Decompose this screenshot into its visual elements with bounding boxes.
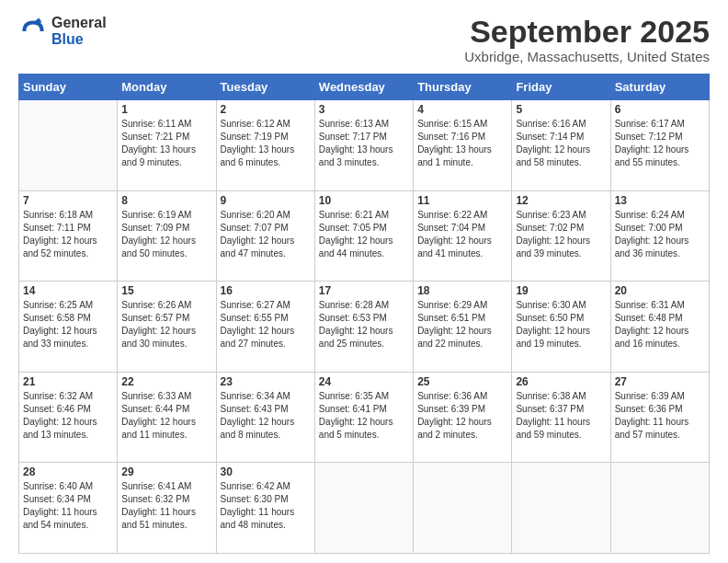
day-number: 15 — [121, 284, 211, 297]
day-number: 13 — [615, 194, 705, 207]
calendar-cell: 27Sunrise: 6:39 AM Sunset: 6:36 PM Dayli… — [610, 372, 709, 463]
day-number: 29 — [121, 465, 211, 478]
calendar-cell: 22Sunrise: 6:33 AM Sunset: 6:44 PM Dayli… — [118, 372, 216, 463]
calendar-cell: 19Sunrise: 6:30 AM Sunset: 6:50 PM Dayli… — [512, 282, 610, 373]
page: General Blue September 2025 Uxbridge, Ma… — [0, 0, 728, 563]
day-number: 27 — [615, 375, 705, 388]
day-info: Sunrise: 6:25 AM Sunset: 6:58 PM Dayligh… — [23, 299, 113, 350]
logo-general: General — [51, 15, 107, 31]
day-number: 28 — [23, 465, 113, 478]
logo: General Blue — [18, 15, 107, 47]
day-number: 19 — [516, 284, 606, 297]
day-number: 12 — [516, 194, 606, 207]
day-number: 21 — [23, 375, 113, 388]
day-number: 9 — [221, 194, 311, 207]
day-info: Sunrise: 6:15 AM Sunset: 7:16 PM Dayligh… — [417, 118, 507, 169]
day-number: 5 — [516, 103, 606, 116]
calendar-week-row: 21Sunrise: 6:32 AM Sunset: 6:46 PM Dayli… — [19, 372, 710, 463]
calendar-cell: 9Sunrise: 6:20 AM Sunset: 7:07 PM Daylig… — [216, 190, 314, 282]
calendar-cell: 14Sunrise: 6:25 AM Sunset: 6:58 PM Dayli… — [19, 282, 118, 373]
calendar-cell: 10Sunrise: 6:21 AM Sunset: 7:05 PM Dayli… — [314, 190, 413, 282]
location-title: Uxbridge, Massachusetts, United States — [464, 49, 710, 64]
calendar-header-row: SundayMondayTuesdayWednesdayThursdayFrid… — [19, 75, 710, 100]
logo-blue: Blue — [51, 31, 107, 48]
day-info: Sunrise: 6:30 AM Sunset: 6:50 PM Dayligh… — [516, 299, 606, 350]
calendar-cell: 17Sunrise: 6:28 AM Sunset: 6:53 PM Dayli… — [314, 282, 413, 373]
calendar-cell — [414, 463, 512, 554]
calendar-day-header: Tuesday — [216, 75, 314, 100]
calendar-cell — [610, 463, 709, 554]
calendar-cell: 3Sunrise: 6:13 AM Sunset: 7:17 PM Daylig… — [314, 100, 413, 191]
day-info: Sunrise: 6:28 AM Sunset: 6:53 PM Dayligh… — [319, 299, 409, 350]
day-info: Sunrise: 6:36 AM Sunset: 6:39 PM Dayligh… — [417, 390, 507, 442]
calendar-cell: 20Sunrise: 6:31 AM Sunset: 6:48 PM Dayli… — [610, 282, 709, 373]
logo-text: General Blue — [51, 15, 107, 47]
day-info: Sunrise: 6:42 AM Sunset: 6:30 PM Dayligh… — [221, 480, 311, 532]
calendar-cell: 16Sunrise: 6:27 AM Sunset: 6:55 PM Dayli… — [216, 282, 314, 373]
title-block: September 2025 Uxbridge, Massachusetts, … — [464, 15, 710, 64]
calendar-week-row: 7Sunrise: 6:18 AM Sunset: 7:11 PM Daylig… — [19, 190, 710, 282]
day-number: 7 — [23, 194, 113, 207]
calendar-week-row: 14Sunrise: 6:25 AM Sunset: 6:58 PM Dayli… — [19, 282, 710, 373]
day-info: Sunrise: 6:40 AM Sunset: 6:34 PM Dayligh… — [23, 480, 113, 532]
day-info: Sunrise: 6:32 AM Sunset: 6:46 PM Dayligh… — [23, 390, 113, 442]
calendar-cell — [314, 463, 413, 554]
day-number: 10 — [319, 194, 409, 207]
day-info: Sunrise: 6:31 AM Sunset: 6:48 PM Dayligh… — [615, 299, 705, 350]
day-info: Sunrise: 6:22 AM Sunset: 7:04 PM Dayligh… — [417, 209, 507, 260]
calendar-week-row: 28Sunrise: 6:40 AM Sunset: 6:34 PM Dayli… — [19, 463, 710, 554]
calendar-cell: 28Sunrise: 6:40 AM Sunset: 6:34 PM Dayli… — [19, 463, 118, 554]
day-info: Sunrise: 6:29 AM Sunset: 6:51 PM Dayligh… — [417, 299, 507, 350]
calendar-cell: 26Sunrise: 6:38 AM Sunset: 6:37 PM Dayli… — [512, 372, 610, 463]
day-info: Sunrise: 6:39 AM Sunset: 6:36 PM Dayligh… — [615, 390, 705, 442]
day-number: 1 — [121, 103, 211, 116]
day-number: 4 — [417, 103, 507, 116]
day-number: 11 — [417, 194, 507, 207]
calendar-cell: 15Sunrise: 6:26 AM Sunset: 6:57 PM Dayli… — [118, 282, 216, 373]
calendar-cell: 23Sunrise: 6:34 AM Sunset: 6:43 PM Dayli… — [216, 372, 314, 463]
calendar-day-header: Wednesday — [314, 75, 413, 100]
calendar-cell: 6Sunrise: 6:17 AM Sunset: 7:12 PM Daylig… — [610, 100, 709, 191]
day-info: Sunrise: 6:34 AM Sunset: 6:43 PM Dayligh… — [221, 390, 311, 442]
month-title: September 2025 — [464, 15, 710, 49]
calendar-cell: 1Sunrise: 6:11 AM Sunset: 7:21 PM Daylig… — [118, 100, 216, 191]
day-info: Sunrise: 6:12 AM Sunset: 7:19 PM Dayligh… — [221, 118, 311, 169]
day-number: 3 — [319, 103, 409, 116]
calendar-cell: 11Sunrise: 6:22 AM Sunset: 7:04 PM Dayli… — [414, 190, 512, 282]
calendar-cell: 18Sunrise: 6:29 AM Sunset: 6:51 PM Dayli… — [414, 282, 512, 373]
day-info: Sunrise: 6:41 AM Sunset: 6:32 PM Dayligh… — [121, 480, 211, 532]
day-info: Sunrise: 6:18 AM Sunset: 7:11 PM Dayligh… — [23, 209, 113, 260]
calendar-cell: 21Sunrise: 6:32 AM Sunset: 6:46 PM Dayli… — [19, 372, 118, 463]
calendar-week-row: 1Sunrise: 6:11 AM Sunset: 7:21 PM Daylig… — [19, 100, 710, 191]
calendar-table: SundayMondayTuesdayWednesdayThursdayFrid… — [18, 74, 710, 554]
calendar-cell — [19, 100, 118, 191]
calendar-cell — [512, 463, 610, 554]
day-info: Sunrise: 6:11 AM Sunset: 7:21 PM Dayligh… — [121, 118, 211, 169]
day-number: 8 — [121, 194, 211, 207]
day-number: 20 — [615, 284, 705, 297]
day-number: 23 — [221, 375, 311, 388]
calendar-cell: 13Sunrise: 6:24 AM Sunset: 7:00 PM Dayli… — [610, 190, 709, 282]
day-number: 14 — [23, 284, 113, 297]
calendar-day-header: Thursday — [414, 75, 512, 100]
day-info: Sunrise: 6:24 AM Sunset: 7:00 PM Dayligh… — [615, 209, 705, 260]
day-info: Sunrise: 6:35 AM Sunset: 6:41 PM Dayligh… — [319, 390, 409, 442]
calendar-cell: 2Sunrise: 6:12 AM Sunset: 7:19 PM Daylig… — [216, 100, 314, 191]
day-info: Sunrise: 6:21 AM Sunset: 7:05 PM Dayligh… — [319, 209, 409, 260]
calendar-day-header: Sunday — [19, 75, 118, 100]
day-number: 17 — [319, 284, 409, 297]
day-number: 22 — [121, 375, 211, 388]
day-info: Sunrise: 6:19 AM Sunset: 7:09 PM Dayligh… — [121, 209, 211, 260]
day-number: 30 — [221, 465, 311, 478]
day-number: 2 — [221, 103, 311, 116]
day-number: 26 — [516, 375, 606, 388]
calendar-day-header: Friday — [512, 75, 610, 100]
logo-icon — [18, 17, 48, 46]
day-number: 16 — [221, 284, 311, 297]
day-info: Sunrise: 6:27 AM Sunset: 6:55 PM Dayligh… — [221, 299, 311, 350]
day-info: Sunrise: 6:16 AM Sunset: 7:14 PM Dayligh… — [516, 118, 606, 169]
calendar-cell: 8Sunrise: 6:19 AM Sunset: 7:09 PM Daylig… — [118, 190, 216, 282]
calendar-day-header: Saturday — [610, 75, 709, 100]
day-number: 18 — [417, 284, 507, 297]
calendar-cell: 7Sunrise: 6:18 AM Sunset: 7:11 PM Daylig… — [19, 190, 118, 282]
